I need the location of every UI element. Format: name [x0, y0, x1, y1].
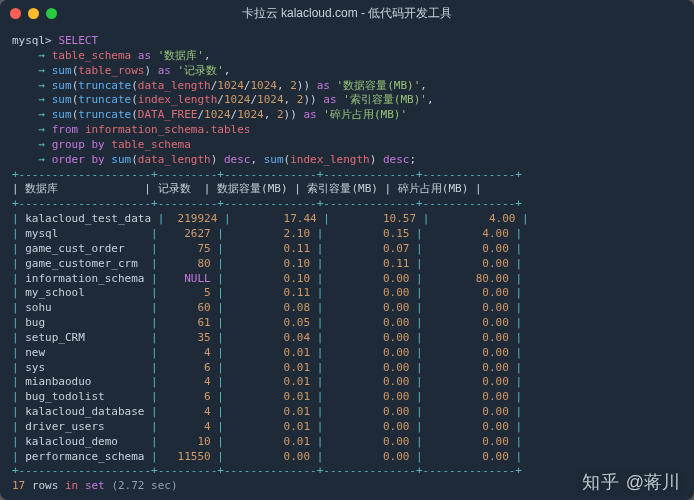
table-cell-frag: 0.00 — [429, 375, 508, 388]
table-cell-data: 0.01 — [231, 361, 310, 374]
table-cell-db: sohu — [25, 301, 144, 314]
terminal-body[interactable]: mysql> SELECT → table_schema as '数据库', →… — [0, 26, 694, 500]
terminal-window: 卡拉云 kalacloud.com - 低代码开发工具 mysql> SELEC… — [0, 0, 694, 500]
table-cell-frag: 0.00 — [429, 361, 508, 374]
table-cell-rows: 4 — [164, 375, 210, 388]
table-cell-frag: 0.00 — [429, 301, 508, 314]
table-cell-data: 0.01 — [231, 420, 310, 433]
table-cell-rows: 5 — [164, 286, 210, 299]
zoom-icon[interactable] — [46, 8, 57, 19]
table-cell-db: game_cust_order — [25, 242, 144, 255]
table-cell-frag: 0.00 — [429, 257, 508, 270]
table-cell-db: information_schema — [25, 272, 144, 285]
table-cell-db: driver_users — [25, 420, 144, 433]
table-body: | kalacloud_test_data | 219924 | 17.44 |… — [12, 212, 529, 463]
table-cell-frag: 4.00 — [429, 227, 508, 240]
table-cell-db: kalacloud_demo — [25, 435, 144, 448]
table-cell-index: 0.00 — [330, 405, 409, 418]
table-cell-rows: 4 — [164, 405, 210, 418]
table-border: +--------------------+---------+--------… — [12, 464, 522, 477]
table-cell-frag: 4.00 — [436, 212, 515, 225]
table-cell-data: 0.01 — [231, 346, 310, 359]
result-footer: 17 rows in set (2.72 sec) — [12, 479, 178, 492]
table-cell-rows: 10 — [164, 435, 210, 448]
table-cell-frag: 0.00 — [429, 242, 508, 255]
table-cell-index: 0.00 — [330, 361, 409, 374]
table-cell-index: 0.00 — [330, 450, 409, 463]
table-cell-data: 0.11 — [231, 242, 310, 255]
traffic-lights — [10, 8, 57, 19]
table-cell-rows: 75 — [164, 242, 210, 255]
table-cell-db: setup_CRM — [25, 331, 144, 344]
table-cell-frag: 0.00 — [429, 346, 508, 359]
mysql-prompt: mysql> — [12, 34, 52, 47]
table-cell-index: 0.00 — [330, 316, 409, 329]
table-cell-index: 0.00 — [330, 346, 409, 359]
table-cell-index: 0.00 — [330, 420, 409, 433]
table-cell-frag: 80.00 — [429, 272, 508, 285]
table-cell-frag: 0.00 — [429, 286, 508, 299]
table-cell-db: my_school — [25, 286, 144, 299]
table-cell-db: bug_todolist — [25, 390, 144, 403]
continuation-arrow: → — [39, 49, 46, 62]
table-cell-index: 0.00 — [330, 375, 409, 388]
window-title: 卡拉云 kalacloud.com - 低代码开发工具 — [0, 5, 694, 22]
table-cell-db: mysql — [25, 227, 144, 240]
table-cell-data: 0.01 — [231, 405, 310, 418]
table-cell-db: mianbaoduo — [25, 375, 144, 388]
table-cell-rows: 80 — [164, 257, 210, 270]
table-cell-rows: 2627 — [164, 227, 210, 240]
table-cell-db: kalacloud_test_data — [25, 212, 151, 225]
table-cell-rows: NULL — [164, 272, 210, 285]
table-cell-db: new — [25, 346, 144, 359]
table-cell-data: 0.05 — [231, 316, 310, 329]
table-cell-db: sys — [25, 361, 144, 374]
table-cell-rows: 61 — [164, 316, 210, 329]
table-cell-frag: 0.00 — [429, 390, 508, 403]
table-cell-rows: 219924 — [171, 212, 217, 225]
table-cell-index: 0.00 — [330, 390, 409, 403]
table-cell-frag: 0.00 — [429, 450, 508, 463]
titlebar: 卡拉云 kalacloud.com - 低代码开发工具 — [0, 0, 694, 26]
table-cell-frag: 0.00 — [429, 331, 508, 344]
table-cell-index: 0.00 — [330, 286, 409, 299]
table-cell-frag: 0.00 — [429, 405, 508, 418]
table-cell-index: 0.00 — [330, 331, 409, 344]
table-cell-data: 0.01 — [231, 375, 310, 388]
table-cell-data: 0.10 — [231, 272, 310, 285]
table-cell-data: 0.04 — [231, 331, 310, 344]
table-cell-db: bug — [25, 316, 144, 329]
table-cell-rows: 60 — [164, 301, 210, 314]
table-cell-rows: 6 — [164, 361, 210, 374]
table-cell-data: 0.10 — [231, 257, 310, 270]
table-border: +--------------------+---------+--------… — [12, 197, 522, 210]
table-cell-rows: 4 — [164, 346, 210, 359]
table-cell-frag: 0.00 — [429, 420, 508, 433]
table-cell-index: 0.00 — [330, 301, 409, 314]
minimize-icon[interactable] — [28, 8, 39, 19]
table-cell-index: 0.07 — [330, 242, 409, 255]
table-cell-db: kalacloud_database — [25, 405, 144, 418]
kw-select: SELECT — [58, 34, 98, 47]
table-cell-rows: 11550 — [164, 450, 210, 463]
table-cell-frag: 0.00 — [429, 435, 508, 448]
close-icon[interactable] — [10, 8, 21, 19]
table-cell-data: 0.11 — [231, 286, 310, 299]
table-cell-index: 0.00 — [330, 435, 409, 448]
table-cell-data: 0.01 — [231, 435, 310, 448]
table-cell-index: 0.15 — [330, 227, 409, 240]
table-cell-frag: 0.00 — [429, 316, 508, 329]
table-cell-index: 0.11 — [330, 257, 409, 270]
table-cell-rows: 4 — [164, 420, 210, 433]
table-cell-index: 10.57 — [337, 212, 416, 225]
table-cell-db: game_customer_crm — [25, 257, 144, 270]
table-border: +--------------------+---------+--------… — [12, 168, 522, 181]
table-cell-rows: 6 — [164, 390, 210, 403]
table-header-row: | 数据库 | 记录数 | 数据容量(MB) | 索引容量(MB) | 碎片占用… — [12, 182, 482, 195]
table-cell-data: 17.44 — [237, 212, 316, 225]
table-cell-data: 0.08 — [231, 301, 310, 314]
table-cell-data: 0.01 — [231, 390, 310, 403]
table-cell-index: 0.00 — [330, 272, 409, 285]
table-cell-db: performance_schema — [25, 450, 144, 463]
table-cell-data: 0.00 — [231, 450, 310, 463]
